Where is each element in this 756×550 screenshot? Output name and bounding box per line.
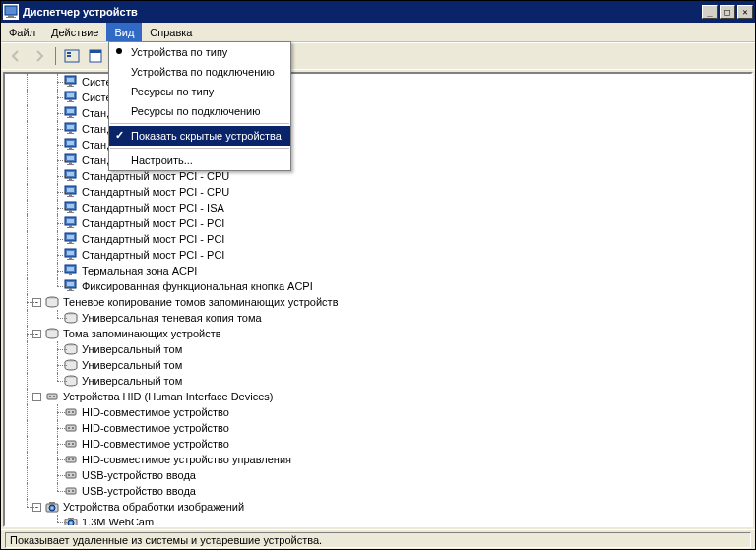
tree-node-label: Стандартный мост PCI - CPU <box>82 170 229 182</box>
svg-rect-0 <box>5 6 17 15</box>
tree-node-label: Устройства обработки изображений <box>63 501 244 513</box>
menu-resources-by-type[interactable]: Ресурсы по типу <box>109 82 290 101</box>
menu-item-label: Показать скрытые устройства <box>131 130 282 142</box>
svg-rect-42 <box>69 210 72 212</box>
tree-node[interactable]: Стандартный мост PCI - CPU <box>5 184 751 200</box>
tree-node-label: Универсальная теневая копия тома <box>82 312 262 324</box>
svg-rect-79 <box>66 441 76 447</box>
app-icon <box>3 4 19 20</box>
tree-node[interactable]: Стандартный мост PCI - PCI <box>5 231 751 247</box>
tree-node-label: Универсальный том <box>82 343 182 355</box>
svg-rect-7 <box>90 50 101 53</box>
tree-node-label: Универсальный том <box>82 375 182 387</box>
minimize-button[interactable]: _ <box>702 5 718 19</box>
tree-node[interactable]: Фиксированная функциональная кнопка ACPI <box>5 278 751 294</box>
tree-node[interactable]: Стандартный мост PCI - PCI <box>5 215 751 231</box>
tree-node-label: Стандартный мост PCI - PCI <box>82 249 224 261</box>
svg-rect-47 <box>67 227 74 228</box>
svg-point-78 <box>72 427 74 429</box>
svg-point-89 <box>68 490 70 492</box>
menu-separator <box>110 148 289 149</box>
svg-rect-51 <box>67 243 74 244</box>
view-dropdown: Устройства по типу Устройства по подключ… <box>108 41 291 171</box>
svg-rect-11 <box>67 86 74 87</box>
svg-rect-43 <box>67 212 74 213</box>
svg-rect-53 <box>67 251 74 255</box>
tree-node-label: USB-устройство ввода <box>82 469 196 481</box>
svg-rect-9 <box>67 78 74 82</box>
svg-rect-39 <box>67 196 74 197</box>
svg-point-72 <box>53 396 55 397</box>
tree-node[interactable]: 1.3M WebCam <box>5 515 751 525</box>
tree-node-label: Термальная зона ACPI <box>82 265 197 276</box>
svg-rect-54 <box>69 257 72 259</box>
svg-rect-88 <box>66 488 76 494</box>
back-button[interactable] <box>5 45 27 67</box>
svg-point-86 <box>68 474 70 476</box>
svg-point-81 <box>72 443 74 445</box>
tree-node[interactable]: Универсальный том <box>5 341 751 357</box>
menu-devices-by-type[interactable]: Устройства по типу <box>109 42 290 62</box>
svg-point-71 <box>49 396 51 397</box>
tree-node[interactable]: HID-совместимое устройство <box>5 404 751 420</box>
tree-node-label: Стандартный мост PCI - CPU <box>82 186 229 198</box>
svg-rect-50 <box>69 241 72 243</box>
menu-show-hidden-devices[interactable]: ✓ Показать скрытые устройства <box>109 126 290 146</box>
hid-icon <box>44 389 60 404</box>
tree-node[interactable]: -Теневое копирование томов запоминающих … <box>5 294 751 310</box>
tree-node[interactable]: Универсальный том <box>5 373 751 389</box>
svg-point-87 <box>72 474 74 476</box>
svg-rect-27 <box>67 149 74 150</box>
svg-rect-31 <box>67 164 74 165</box>
menu-view[interactable]: Вид <box>106 23 142 41</box>
svg-rect-63 <box>67 290 74 291</box>
tree-node[interactable]: HID-совместимое устройство управления <box>5 452 751 467</box>
svg-rect-49 <box>67 235 74 239</box>
check-icon: ✓ <box>115 128 124 142</box>
tree-node[interactable]: -Тома запоминающих устройств <box>5 326 751 341</box>
tree-node[interactable]: HID-совместимое устройство <box>5 436 751 452</box>
properties-button[interactable] <box>85 45 106 67</box>
tree-node[interactable]: USB-устройство ввода <box>5 467 751 483</box>
svg-rect-34 <box>69 178 72 180</box>
tree-node-label: Стандартный мост PCI - PCI <box>82 217 224 229</box>
close-button[interactable]: ✕ <box>737 5 753 19</box>
tree-node[interactable]: USB-устройство ввода <box>5 483 751 499</box>
svg-rect-38 <box>69 194 72 196</box>
menu-devices-by-connection[interactable]: Устройства по подключению <box>109 62 290 82</box>
tree-node[interactable]: Универсальный том <box>5 357 751 373</box>
menu-file[interactable]: Файл <box>1 23 43 41</box>
tree-node[interactable]: Стандартный мост PCI - ISA <box>5 200 751 215</box>
svg-rect-33 <box>67 172 74 176</box>
svg-rect-4 <box>67 52 71 54</box>
menu-customize[interactable]: Настроить... <box>109 151 290 170</box>
tree-node[interactable]: HID-совместимое устройство <box>5 420 751 436</box>
tree-node[interactable]: Стандартный мост PCI - PCI <box>5 247 751 263</box>
menu-help[interactable]: Справка <box>142 23 200 41</box>
svg-rect-37 <box>67 188 74 192</box>
svg-rect-1 <box>8 15 14 17</box>
menu-item-label: Настроить... <box>131 154 193 166</box>
toolbar-separator <box>55 47 56 65</box>
titlebar: Диспетчер устройств _ □ ✕ <box>1 1 755 23</box>
tree-node[interactable]: Термальная зона ACPI <box>5 263 751 278</box>
tree-node[interactable]: -Устройства HID (Human Interface Devices… <box>5 389 751 404</box>
drive-icon <box>44 294 60 310</box>
svg-rect-98 <box>68 518 74 519</box>
forward-button[interactable] <box>29 45 50 67</box>
tree-node[interactable]: Универсальная теневая копия тома <box>5 310 751 326</box>
tree-node[interactable]: -Устройства обработки изображений <box>5 499 751 515</box>
show-hide-tree-button[interactable] <box>61 45 83 67</box>
menu-action[interactable]: Действие <box>43 23 106 41</box>
maximize-button[interactable]: □ <box>720 5 735 19</box>
svg-rect-70 <box>47 394 57 399</box>
svg-point-90 <box>72 490 74 492</box>
svg-rect-23 <box>67 133 74 134</box>
svg-rect-21 <box>67 125 74 129</box>
radio-dot-icon <box>116 48 122 54</box>
tree-node-label: Фиксированная функциональная кнопка ACPI <box>82 280 313 292</box>
menu-resources-by-connection[interactable]: Ресурсы по подключению <box>109 101 290 121</box>
drive-icon <box>44 326 60 341</box>
menu-separator <box>110 123 289 124</box>
svg-rect-35 <box>67 180 74 181</box>
